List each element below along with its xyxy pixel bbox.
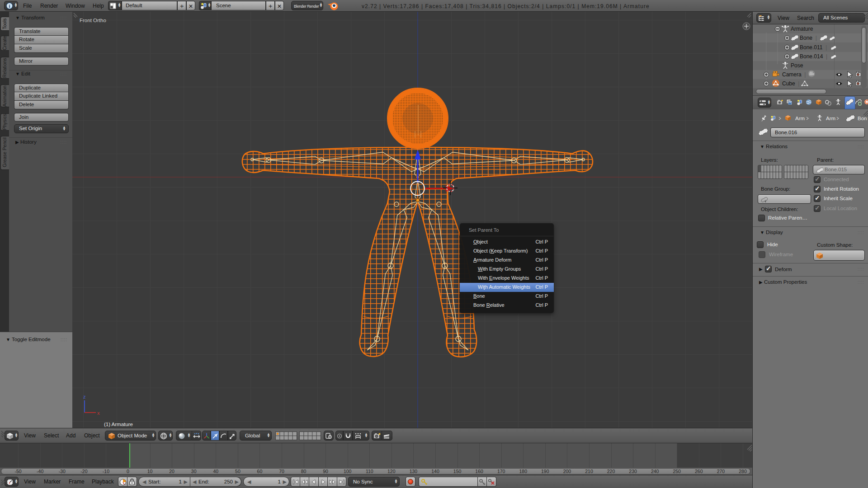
svg-text:Front Ortho: Front Ortho xyxy=(80,18,106,23)
svg-text:i: i xyxy=(9,3,10,9)
svg-text:(1) Armature: (1) Armature xyxy=(104,422,133,427)
svg-text:z: z xyxy=(83,394,86,399)
svg-text:x: x xyxy=(97,410,100,416)
